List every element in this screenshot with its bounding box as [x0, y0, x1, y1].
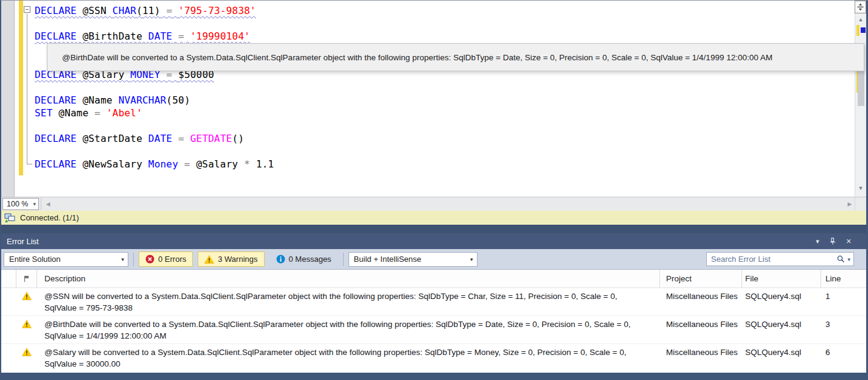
code-line[interactable]: [35, 145, 851, 158]
search-input[interactable]: [711, 255, 837, 264]
code-line[interactable]: [35, 17, 851, 30]
error-description: @Salary will be converted to a System.Da…: [37, 347, 660, 370]
error-line: 6: [821, 347, 858, 358]
split-editor-handle-icon[interactable]: [855, 1, 866, 13]
error-list-title-bar[interactable]: Error List ▾ ✕: [1, 233, 866, 249]
error-row[interactable]: @SSN will be converted to a System.Data.…: [1, 288, 866, 316]
code-token: (: [166, 94, 172, 106]
source-filter-select[interactable]: Build + IntelliSense ▾: [349, 252, 477, 267]
warning-icon: [16, 290, 37, 300]
warnings-filter-button[interactable]: 3 Warnings: [198, 252, 264, 267]
code-line[interactable]: DECLARE @BirthDate DATE = '19990104': [35, 30, 851, 43]
divider: [133, 253, 134, 266]
caret-position-marker: [861, 27, 866, 33]
code-token: =: [178, 30, 184, 42]
code-token: [161, 5, 167, 16]
code-line[interactable]: [35, 119, 851, 132]
code-token: SET: [35, 107, 53, 119]
search-icon[interactable]: [837, 255, 845, 263]
vertical-scrollbar[interactable]: ▲ ▼: [855, 1, 866, 197]
editor-indicator-margin: [1, 1, 15, 197]
code-token: @NewSalary: [77, 158, 148, 170]
warning-icon: [16, 347, 37, 356]
window-position-icon[interactable]: ▾: [816, 237, 819, 245]
code-token: '19990104': [190, 30, 250, 42]
code-line[interactable]: DECLARE @StartDate DATE = GETDATE(): [35, 132, 851, 145]
error-row[interactable]: @BirthDate will be converted to a System…: [1, 316, 866, 344]
code-token: @Name: [77, 94, 119, 106]
ssms-window: − DECLARE @SSN CHAR(11) = '795-73-9838'D…: [0, 0, 868, 380]
error-list-toolbar: Entire Solution ▾ 0 Errors 3 Warnings: [1, 249, 866, 269]
code-line[interactable]: [35, 81, 851, 94]
code-token: [172, 133, 178, 144]
error-file: SQLQuery4.sql: [742, 290, 821, 302]
fold-collapse-icon[interactable]: −: [24, 6, 30, 13]
horizontal-scrollbar[interactable]: [53, 197, 845, 211]
code-token: (): [232, 133, 245, 144]
code-token: DATE: [148, 133, 172, 144]
line-column-header[interactable]: Line: [821, 270, 858, 287]
scroll-down-icon[interactable]: ▼: [855, 185, 866, 191]
code-line[interactable]: DECLARE @NewSalary Money = @Salary * 1.1: [35, 158, 851, 171]
code-line[interactable]: SET @Name = 'Abel': [35, 107, 851, 119]
code-token: NVARCHAR: [119, 94, 167, 106]
pin-icon[interactable]: [829, 237, 836, 245]
row-select-column-header[interactable]: [1, 270, 16, 287]
code-area[interactable]: DECLARE @SSN CHAR(11) = '795-73-9838'DEC…: [35, 4, 851, 171]
column-glyph-icon: [24, 275, 29, 283]
code-token: *: [244, 158, 250, 170]
close-icon[interactable]: ✕: [846, 237, 852, 245]
code-token: DECLARE: [35, 5, 77, 16]
panel-separator[interactable]: [1, 225, 866, 233]
error-description: @SSN will be converted to a System.Data.…: [37, 290, 660, 314]
divider: [343, 253, 344, 266]
scroll-up-icon[interactable]: ▲: [855, 16, 866, 23]
code-token: @BirthDate: [77, 30, 148, 42]
code-statement: DECLARE @Name NVARCHAR(50): [35, 94, 190, 106]
code-token: =: [184, 158, 190, 170]
code-line[interactable]: DECLARE @Name NVARCHAR(50): [35, 94, 851, 107]
code-token: 50: [172, 94, 184, 106]
code-token: ): [184, 94, 190, 106]
code-token: Money: [148, 158, 178, 170]
scrollbar-thumb[interactable]: [858, 66, 864, 106]
scroll-right-icon[interactable]: ▶: [845, 201, 855, 207]
description-column-header[interactable]: Description: [37, 270, 660, 287]
messages-filter-button[interactable]: 0 Messages: [269, 252, 338, 267]
error-list-rows: @SSN will be converted to a System.Data.…: [1, 288, 866, 373]
error-description: @BirthDate will be converted to a System…: [37, 318, 660, 342]
code-outline-line: [27, 13, 32, 164]
error-icon: [145, 255, 155, 264]
search-error-list-box[interactable]: ▾: [706, 252, 854, 266]
scrollbar-corner: [855, 197, 866, 211]
code-token: [184, 133, 190, 144]
code-token: =: [178, 133, 184, 144]
scroll-left-icon[interactable]: ◀: [43, 201, 53, 207]
code-token: 1.1: [250, 158, 274, 170]
code-token: @SSN: [77, 5, 113, 16]
error-row[interactable]: @Salary will be converted to a System.Da…: [1, 344, 866, 372]
code-line[interactable]: DECLARE @SSN CHAR(11) = '795-73-9838': [35, 4, 851, 17]
code-token: DECLARE: [35, 94, 77, 106]
code-token: ): [155, 5, 161, 16]
project-column-header[interactable]: Project: [660, 270, 742, 287]
scope-filter-select[interactable]: Entire Solution ▾: [4, 252, 128, 267]
code-token: DECLARE: [35, 158, 77, 170]
errors-filter-button[interactable]: 0 Errors: [139, 252, 193, 267]
warning-icon: [204, 255, 214, 264]
code-token: [184, 30, 190, 42]
code-token: @Name: [53, 107, 95, 119]
severity-column-header[interactable]: [16, 270, 37, 287]
error-project: Miscellaneous Files: [660, 290, 742, 302]
panel-title-text: Error List: [7, 237, 39, 246]
code-token: [172, 5, 178, 16]
file-column-header[interactable]: File: [742, 270, 821, 287]
messages-filter-label: 0 Messages: [289, 255, 332, 264]
window-bottom-edge: [1, 373, 866, 380]
sql-editor[interactable]: − DECLARE @SSN CHAR(11) = '795-73-9838'D…: [1, 1, 866, 197]
zoom-level-select[interactable]: 100 % ▾: [2, 198, 39, 210]
chevron-down-icon[interactable]: ▾: [847, 256, 850, 262]
divider: [41, 198, 41, 210]
code-token: DECLARE: [35, 30, 77, 42]
change-marker: [856, 25, 859, 36]
